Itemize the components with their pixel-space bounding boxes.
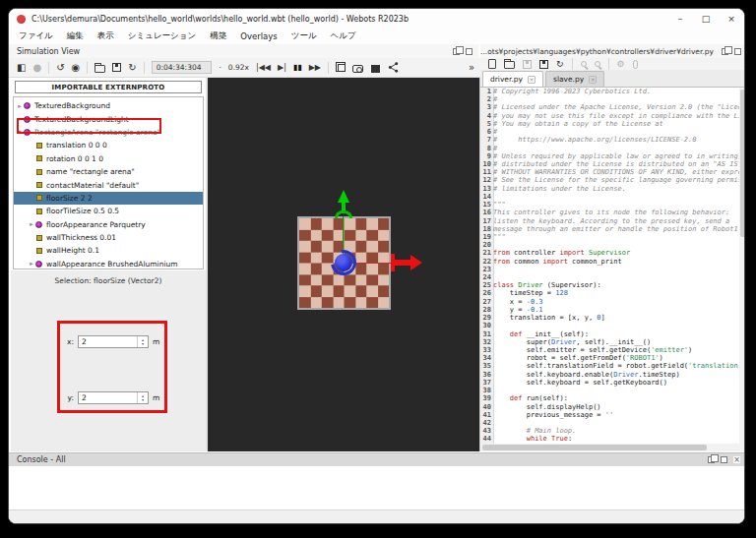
expand-icon[interactable]: ▸ [16,115,24,123]
toggle-panel-icon[interactable]: ◧ [17,62,26,74]
tree-row[interactable]: wallThickness 0.01 [14,231,203,244]
undock-icon[interactable] [453,48,460,55]
3d-view[interactable] [208,78,479,451]
close-dock-icon[interactable]: × [733,456,740,463]
undock-icon[interactable] [708,456,715,463]
menu-item-2[interactable]: 表示 [97,30,114,42]
menu-item-3[interactable]: シミュレーション [128,30,196,42]
menu-item-5[interactable]: Overlays [240,31,277,41]
step-icon[interactable]: ▶| [278,62,286,74]
code-line: 20 [480,241,745,249]
code-line: 2# [480,95,745,103]
expand-icon[interactable]: ▾ [16,128,24,136]
console-output[interactable] [9,466,745,509]
console-header: Console - All × [9,452,745,466]
tree-row[interactable]: ▸wallAppearance BrushedAluminium [14,258,203,269]
open-file-icon[interactable] [504,61,515,69]
code-line: 36 self.keyboard.enable(Driver.timeStep) [480,371,745,379]
menu-item-0[interactable]: ファイル [19,30,53,42]
editor-vertical-scrollbar[interactable] [739,88,745,444]
floor-size-x-input[interactable] [79,336,137,347]
tree-row[interactable]: wallHeight 0.1 [14,244,203,257]
maximize-dock-icon[interactable] [721,456,727,463]
y-axis-arrow-shaft[interactable] [342,203,346,210]
spin-down-icon[interactable]: ▾ [142,398,144,402]
editor-toolbar: ↻ ⚙ [480,58,745,70]
tree-row[interactable]: contactMaterial "default" [14,178,203,191]
menu-item-4[interactable]: 構築 [210,30,226,42]
open-world-icon[interactable] [94,65,105,73]
minimize-button[interactable]: – [667,9,693,29]
tree-item-label: wallThickness 0.01 [46,233,116,242]
tab-slave-py[interactable]: slave.py × [545,71,604,87]
maximize-dock-icon[interactable] [734,48,741,55]
console-title: Console - All [9,455,66,464]
share-icon[interactable] [388,62,399,73]
expand-icon[interactable]: ▸ [28,220,35,228]
code-line: 26 timeStep = 128 [480,289,745,297]
editor-tab-strip: driver.py × slave.py × [480,70,745,88]
simulation-view-header: Simulation View [9,44,478,58]
tree-row[interactable]: ▸TexturedBackgroundLight [14,112,203,125]
tree-item-label: name "rectangle arena" [46,167,135,176]
pause-icon[interactable]: ▮▮ [293,62,302,74]
tree-row[interactable]: ▾RectangleArena "rectangle arena" [14,126,203,139]
reload-world-icon[interactable]: ↻ [128,62,136,74]
revert-file-icon[interactable]: ↻ [556,58,564,70]
rewind-icon[interactable]: |◀◀ [256,62,271,74]
tree-row[interactable]: name "rectangle arena" [14,165,203,178]
field-icon [36,209,42,214]
tree-item-label: floorAppearance Parquetry [46,220,146,229]
tree-row[interactable]: floorTileSize 0.5 0.5 [14,205,203,217]
save-world-icon[interactable] [112,63,121,72]
close-button[interactable]: × [719,9,744,29]
menu-item-6[interactable]: ツール [291,30,317,42]
x-spinner-arrows[interactable]: ▴▾ [137,336,148,347]
floor-size-y-input[interactable] [79,392,137,403]
undock-icon[interactable] [722,48,728,55]
y-axis-arrow-head[interactable] [338,190,349,203]
screenshot-icon[interactable] [352,65,363,73]
tree-row[interactable]: translation 0 0 0 [14,139,203,151]
tree-row[interactable]: ▸floorAppearance Parquetry [14,218,203,231]
viewpoint-icon[interactable]: ◉ [72,62,81,74]
menu-item-7[interactable]: ヘルプ [331,30,356,42]
tab-close-icon[interactable]: × [528,76,536,84]
x-axis-arrow-shaft[interactable] [395,260,410,266]
tree-row[interactable]: ▸TexturedBackground [14,99,203,112]
menu-item-1[interactable]: 編集 [67,30,84,42]
code-editor[interactable]: 1# Copyright 1996-2023 Cyberbotics Ltd.2… [480,88,745,444]
field-icon [36,143,42,149]
rendering-icon[interactable] [338,64,346,72]
scene-tree: ▸TexturedBackground▸TexturedBackgroundLi… [13,96,204,269]
tree-row[interactable]: floorSize 2 2 [14,192,203,205]
code-line: 5# You may obtain a copy of the License … [480,120,745,128]
importable-externproto-button[interactable]: IMPORTABLE EXTERNPROTO [15,81,202,93]
find-icon [581,61,587,67]
movie-icon[interactable] [370,65,381,73]
fast-forward-icon[interactable]: ▶▶ [309,62,321,74]
scene-tree-panel: IMPORTABLE EXTERNPROTO ▸TexturedBackgrou… [11,78,206,451]
spin-down-icon[interactable]: ▾ [142,342,144,346]
new-file-icon[interactable] [488,59,496,69]
tree-row[interactable]: rotation 0 0 1 0 [14,152,203,165]
tree-item-label: wallAppearance BrushedAluminium [46,260,178,269]
save-as-icon[interactable] [539,60,548,69]
reset-simulation-icon[interactable]: ↺ [56,62,64,74]
y-rotation-handle[interactable] [335,210,352,218]
maximize-dock-icon[interactable] [466,48,472,55]
tab-close-icon[interactable]: × [589,76,597,84]
expand-icon[interactable]: ▸ [16,102,24,110]
toolbar-overflow-icon[interactable]: » [469,62,480,74]
x-axis-arrow-head[interactable] [410,255,422,270]
y-spinner-arrows[interactable]: ▴▾ [137,392,148,403]
history-icon: ● [32,62,41,74]
robot-sphere[interactable] [335,254,352,271]
tree-item-label: TexturedBackground [34,101,110,110]
title-bar: C:\Users\demura\Documents\hello_world\wo… [9,9,744,29]
tab-driver-py[interactable]: driver.py × [482,71,543,87]
node-icon [24,129,31,136]
maximize-button[interactable]: □ [693,9,719,29]
editor-horizontal-scrollbar[interactable] [480,444,745,451]
expand-icon[interactable]: ▸ [28,260,35,268]
